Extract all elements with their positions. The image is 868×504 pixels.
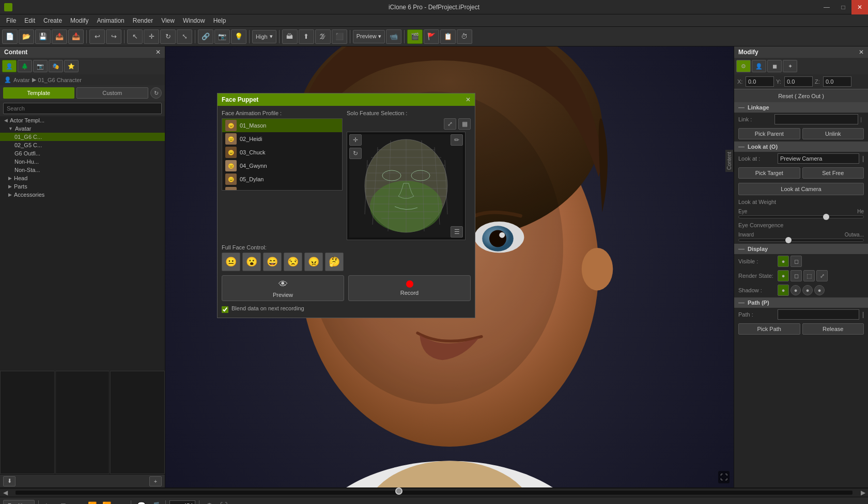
tree-item-avatar[interactable]: ▼ Avatar <box>0 124 165 133</box>
tab-prop[interactable]: 🎭 <box>49 60 63 72</box>
z-input[interactable] <box>823 76 851 87</box>
tab-actor[interactable]: 👤 <box>2 60 17 72</box>
modify-tab-settings[interactable]: ⚙ <box>736 60 751 72</box>
face-preset-3[interactable]: 😄 <box>263 253 282 271</box>
camera-fullscreen-icon[interactable]: ⛶ <box>718 471 730 483</box>
preview-action-button[interactable]: 👁 Preview <box>222 275 344 301</box>
profile-item-jana[interactable]: 😐 06_Jana <box>222 186 342 191</box>
breadcrumb-avatar-icon[interactable]: 👤 <box>4 76 11 83</box>
new-button[interactable]: 📄 <box>2 29 18 44</box>
menu-animation[interactable]: Animation <box>92 14 128 27</box>
tab-camera[interactable]: 📷 <box>33 60 48 72</box>
stop-button[interactable]: ⏹ <box>57 500 69 505</box>
menu-view[interactable]: View <box>157 14 179 27</box>
face-preset-1[interactable]: 😐 <box>222 253 240 271</box>
tree-item-nonst[interactable]: Non-Sta... <box>0 166 165 174</box>
timeline-button[interactable]: ⏱ <box>457 29 472 44</box>
tree-item-g6outf[interactable]: G6 Outfi... <box>0 149 165 158</box>
shadow-off-icon[interactable]: ● <box>814 285 825 295</box>
camera-view-button[interactable]: 📹 <box>386 29 401 44</box>
close-button[interactable]: ✕ <box>851 0 868 14</box>
look-at-input[interactable] <box>778 153 859 164</box>
path-arrow-icon[interactable]: | <box>862 311 864 318</box>
go-end-button[interactable]: ⏭ <box>115 500 127 505</box>
eye-weight-track[interactable] <box>738 215 864 218</box>
move-button[interactable]: ✛ <box>144 29 159 44</box>
menu-modify[interactable]: Modify <box>66 14 92 27</box>
menu-file[interactable]: File <box>2 14 20 27</box>
quality-dropdown[interactable]: High ▾ <box>252 30 276 43</box>
preview-dropdown[interactable]: Preview ▾ <box>353 30 385 43</box>
link-button[interactable]: 🔗 <box>198 29 213 44</box>
face-refresh-icon[interactable]: ↻ <box>349 148 362 159</box>
face-preset-2[interactable]: 😮 <box>242 253 261 271</box>
animate-button[interactable]: 🎬 <box>407 29 423 44</box>
release-button[interactable]: Release <box>802 323 864 335</box>
next-frame-button[interactable]: ⏩ <box>100 500 113 505</box>
solo-expand-icon[interactable]: ⤢ <box>444 118 456 130</box>
path-input[interactable] <box>778 309 859 320</box>
clip-button[interactable]: 📋 <box>440 29 456 44</box>
look-at-collapse-icon[interactable]: — <box>738 143 745 150</box>
tree-item-accessories[interactable]: ▶ Accessories <box>0 191 165 199</box>
terrain-button[interactable]: 🏔 <box>282 29 298 44</box>
face-puppet-close-icon[interactable]: ✕ <box>466 96 471 103</box>
shadow-btn[interactable]: ⬛ <box>332 29 347 44</box>
menu-create[interactable]: Create <box>39 14 66 27</box>
look-at-camera-button[interactable]: Look at Camera <box>738 183 864 195</box>
realtime-button[interactable]: Realtime <box>3 500 35 505</box>
x-input[interactable] <box>746 76 774 87</box>
settings-transport-button[interactable]: ⚙ <box>203 500 215 505</box>
profile-item-chuck[interactable]: 😐 03_Chuck <box>222 146 342 159</box>
face-edit-icon[interactable]: ✏ <box>451 134 463 146</box>
pick-path-button[interactable]: Pick Path <box>738 323 800 335</box>
render-expand-icon[interactable]: ⤢ <box>816 270 828 281</box>
pencil-icon[interactable]: ✏ <box>451 134 463 146</box>
rotate-button[interactable]: ↻ <box>160 29 176 44</box>
timeline-playhead[interactable] <box>395 487 402 495</box>
refresh-button[interactable]: ↻ <box>150 87 162 99</box>
audio-button[interactable]: 🎵 <box>149 500 162 505</box>
export-button[interactable]: 📤 <box>52 29 67 44</box>
menu-render[interactable]: Render <box>129 14 157 27</box>
unlink-button[interactable]: Unlink <box>802 128 864 139</box>
breadcrumb-avatar[interactable]: Avatar <box>13 77 30 83</box>
sky-button[interactable]: ⬆ <box>299 29 314 44</box>
visible-off-icon[interactable]: ◻ <box>791 256 802 267</box>
light-button[interactable]: 💡 <box>231 29 246 44</box>
modify-tab-extra[interactable]: ✦ <box>783 60 797 72</box>
record-action-button[interactable]: Record <box>348 275 471 301</box>
shadow-on-icon[interactable]: ● <box>778 285 789 296</box>
breadcrumb-current[interactable]: 01_G6 Character <box>38 77 82 83</box>
shadow-cast-icon[interactable]: ● <box>791 285 801 295</box>
cam-button[interactable]: 📷 <box>214 29 230 44</box>
face-preset-6[interactable]: 🤔 <box>325 253 344 271</box>
linkage-collapse-icon[interactable]: — <box>738 104 745 111</box>
tree-item-nonhu[interactable]: Non-Hu... <box>0 158 165 166</box>
subtitles-button[interactable]: 💬 <box>135 500 147 505</box>
timeline-right-arrow[interactable]: ▶ <box>858 489 868 497</box>
minimize-button[interactable]: — <box>818 0 835 14</box>
fullscreen-button[interactable]: ⛶ <box>218 500 230 505</box>
convergence-thumb[interactable] <box>785 237 792 243</box>
tab-scene[interactable]: 🌲 <box>18 60 32 72</box>
menu-edit[interactable]: Edit <box>20 14 39 27</box>
add-button[interactable]: + <box>149 476 162 486</box>
import-button[interactable]: 📥 <box>68 29 84 44</box>
face-preset-5[interactable]: 😠 <box>304 253 323 271</box>
blend-checkbox[interactable] <box>222 306 228 313</box>
timeline-track[interactable] <box>16 491 853 495</box>
profile-item-gwynn[interactable]: 😐 04_Gwynn <box>222 159 342 172</box>
solo-grid-icon[interactable]: ▦ <box>458 118 471 130</box>
eye-weight-thumb[interactable] <box>823 214 829 220</box>
custom-button[interactable]: Custom <box>76 87 149 99</box>
go-start-button[interactable]: ⏮ <box>71 500 84 505</box>
menu-help[interactable]: Help <box>209 14 230 27</box>
link-input[interactable] <box>774 114 858 124</box>
menu-window[interactable]: Window <box>179 14 209 27</box>
visible-on-icon[interactable]: ● <box>778 256 789 267</box>
modify-tab-display[interactable]: ◼ <box>767 60 782 72</box>
play-button[interactable]: ▶ <box>42 500 55 505</box>
frame-input[interactable] <box>169 500 195 505</box>
download-button[interactable]: ⬇ <box>3 476 16 486</box>
